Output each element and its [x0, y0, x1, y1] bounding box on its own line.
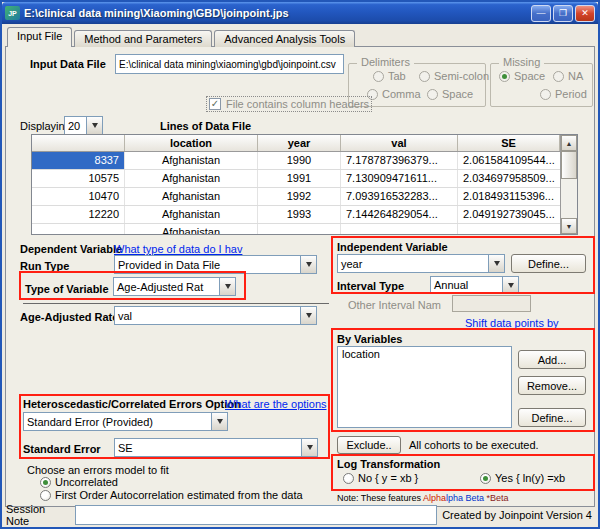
radio-label: First Order Autocorrelation estimated fr… [55, 489, 303, 501]
interval-type-dropdown[interactable]: Annual [430, 276, 519, 294]
table-cell[interactable] [258, 224, 341, 234]
radio-label: Space [442, 88, 473, 100]
chevron-down-icon [502, 277, 518, 293]
radio-label: Semi-colon [434, 70, 489, 82]
age-adjusted-rate-dropdown[interactable]: val [114, 306, 317, 325]
type-of-variable-dropdown[interactable]: Age-Adjusted Rat [113, 277, 236, 296]
missing-space-radio[interactable]: Space [499, 70, 545, 82]
standard-error-dropdown[interactable]: SE [114, 438, 318, 457]
dropdown-value: Provided in Data File [115, 259, 300, 271]
list-item[interactable]: location [338, 347, 511, 361]
checkbox-label: File contains column headers [226, 98, 369, 110]
radio-circle-icon [427, 89, 438, 100]
table-cell[interactable]: Afghanistan [125, 152, 258, 169]
tab-advanced-analysis-tools[interactable]: Advanced Analysis Tools [214, 30, 355, 47]
table-cell[interactable]: Afghanistan [125, 170, 258, 187]
type-of-variable-label: Type of Variable [25, 283, 109, 295]
table-cell[interactable]: 1990 [258, 152, 341, 169]
table-cell[interactable]: Afghanistan [125, 224, 258, 234]
scroll-down-icon[interactable]: ▼ [561, 218, 577, 234]
note-prefix: Note: These features [337, 493, 423, 503]
table-cell[interactable]: Afghanistan [125, 206, 258, 223]
tab-input-file[interactable]: Input File [7, 27, 72, 47]
table-cell[interactable]: 8337 [32, 152, 125, 169]
scrollbar-thumb[interactable] [561, 151, 577, 179]
table-cell[interactable]: 1993 [258, 206, 341, 223]
displaying-count-dropdown[interactable]: 20 [64, 116, 103, 135]
missing-na-radio[interactable]: NA [553, 70, 583, 82]
by-variables-remove-button[interactable]: Remove... [518, 376, 586, 395]
scrollbar-track[interactable] [561, 179, 577, 218]
shift-data-points-link[interactable]: Shift data points by [465, 317, 559, 329]
close-button[interactable]: ✕ [575, 5, 595, 22]
by-variables-listbox[interactable]: location [337, 346, 512, 428]
header-cell: location [125, 135, 258, 151]
errors-model-title: Choose an errors model to fit [27, 464, 169, 476]
app-icon: JP [5, 6, 20, 20]
table-cell[interactable]: 2.034697958509... [458, 170, 560, 187]
run-type-dropdown[interactable]: Provided in Data File [114, 255, 317, 274]
table-cell[interactable]: 12220 [32, 206, 125, 223]
input-data-file-field[interactable] [115, 54, 344, 74]
independent-variable-title: Independent Variable [337, 241, 448, 253]
errors-option-help-link[interactable]: What are the options [225, 398, 327, 410]
table-cell[interactable]: 1991 [258, 170, 341, 187]
data-preview-table: location year val SE 8337 Afghanistan 19… [31, 134, 578, 235]
other-interval-name-field[interactable] [452, 295, 531, 312]
by-variables-define-button[interactable]: Define... [518, 408, 586, 427]
delimiter-comma-radio[interactable]: Comma [367, 88, 421, 100]
radio-circle-icon [499, 71, 510, 82]
delimiter-space-radio[interactable]: Space [427, 88, 473, 100]
tab-method-and-parameters[interactable]: Method and Parameters [74, 30, 212, 47]
table-cell[interactable]: 7.130909471611... [341, 170, 458, 187]
checkbox-box-icon: ✓ [209, 98, 221, 110]
table-row: 10575 Afghanistan 1991 7.130909471611...… [32, 170, 560, 188]
scroll-up-icon[interactable]: ▲ [561, 135, 577, 151]
table-cell[interactable]: Afghanistan [125, 188, 258, 205]
note-beta: lpha Beta [446, 493, 484, 503]
table-cell[interactable]: 2.018493115396... [458, 188, 560, 205]
errors-option-dropdown[interactable]: Standard Error (Provided) [23, 412, 228, 431]
radio-circle-icon [540, 89, 551, 100]
chevron-down-icon [488, 255, 504, 272]
missing-period-radio[interactable]: Period [540, 88, 587, 100]
uncorrelated-radio[interactable]: Uncorrelated [40, 476, 118, 488]
restore-button[interactable]: ❐ [553, 5, 573, 22]
window-title: E:\clinical data mining\Xiaoming\GBD\joi… [24, 7, 529, 19]
table-cell[interactable]: 10470 [32, 188, 125, 205]
table-cell[interactable]: 2.061584109544... [458, 152, 560, 169]
minimize-button[interactable]: — [531, 5, 551, 22]
table-cell[interactable]: 1992 [258, 188, 341, 205]
table-cell[interactable] [32, 224, 125, 234]
chevron-down-icon [219, 278, 235, 295]
table-cell[interactable]: 7.144264829054... [341, 206, 458, 223]
log-transform-yes-radio[interactable]: Yes { ln(y) =xb [480, 472, 565, 484]
table-cell[interactable]: 10575 [32, 170, 125, 187]
exclude-button[interactable]: Exclude.. [337, 436, 401, 454]
independent-define-button[interactable]: Define... [511, 254, 586, 273]
table-cell[interactable] [458, 224, 560, 234]
session-note-input[interactable] [75, 505, 437, 525]
exclude-note-label: All cohorts to be executed. [409, 439, 539, 451]
column-headers-checkbox[interactable]: ✓ File contains column headers [207, 97, 371, 111]
data-type-help-link[interactable]: What type of data do I hav [114, 243, 242, 255]
table-grid: location year val SE 8337 Afghanistan 19… [32, 135, 560, 234]
age-adjusted-rate-label: Age-Adjusted Rate [20, 311, 118, 323]
independent-variable-dropdown[interactable]: year [337, 254, 505, 273]
table-cell[interactable]: 7.093916532283... [341, 188, 458, 205]
dropdown-value: Age-Adjusted Rat [114, 281, 219, 293]
table-cell[interactable]: 2.049192739045... [458, 206, 560, 223]
by-variables-title: By Variables [337, 333, 402, 345]
delimiter-tab-radio[interactable]: Tab [373, 70, 406, 82]
table-cell[interactable]: 7.178787396379... [341, 152, 458, 169]
radio-label: No { y = xb } [358, 472, 418, 484]
first-order-autocorrelation-radio[interactable]: First Order Autocorrelation estimated fr… [40, 489, 303, 501]
table-header-row: location year val SE [32, 135, 560, 152]
header-cell: SE [458, 135, 560, 151]
log-transform-no-radio[interactable]: No { y = xb } [343, 472, 418, 484]
radio-label: Tab [388, 70, 406, 82]
delimiter-semicolon-radio[interactable]: Semi-colon [419, 70, 489, 82]
by-variables-add-button[interactable]: Add... [518, 350, 586, 369]
table-cell[interactable] [341, 224, 458, 234]
table-vertical-scrollbar: ▲ ▼ [560, 135, 577, 234]
